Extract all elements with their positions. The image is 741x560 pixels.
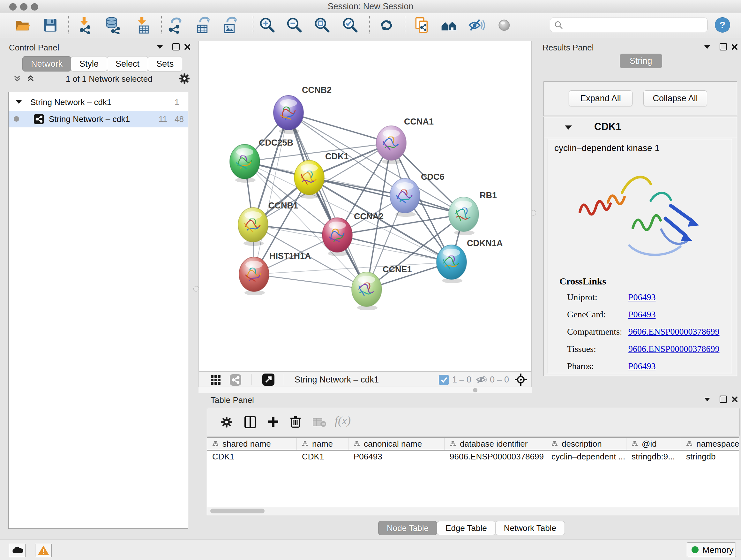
node-CCNA1[interactable]	[376, 126, 406, 164]
node-CCNB1[interactable]	[238, 207, 268, 246]
table-cell[interactable]: P06493	[348, 450, 445, 462]
column-header-namespace[interactable]: namespace	[681, 438, 739, 450]
column-header-description[interactable]: description	[546, 438, 626, 450]
zoom-selected-icon[interactable]	[341, 16, 359, 34]
control-panel-close-icon[interactable]	[184, 44, 191, 51]
results-panel-float-icon[interactable]	[720, 43, 727, 51]
import-network-database-icon[interactable]	[104, 16, 122, 34]
column-header-canonicalname[interactable]: canonical name	[348, 438, 445, 450]
edge-CCNB2-CCNE1[interactable]	[288, 113, 367, 289]
node-CCNE1[interactable]	[352, 272, 382, 310]
clone-network-icon[interactable]	[413, 16, 431, 34]
crosslink-value-link[interactable]: P06493	[628, 361, 656, 372]
table-cell[interactable]: cyclin–dependent ...	[546, 450, 626, 462]
export-table-icon[interactable]	[194, 16, 212, 34]
tab-edge-table[interactable]: Edge Table	[437, 521, 495, 535]
left-splitter-handle[interactable]	[193, 286, 199, 292]
network-canvas[interactable]: CCNB2CCNA1CDC25BCDK1CDC6RB1CCNB1CCNA2CDK…	[199, 41, 532, 372]
table-cell[interactable]: stringdb:9...	[626, 450, 681, 462]
table-panel-close-icon[interactable]	[731, 396, 738, 403]
collapse-all-button[interactable]: Collapse All	[643, 90, 707, 106]
edge-CCNB2-HIST1H1A[interactable]	[254, 113, 288, 274]
control-panel-float-icon[interactable]	[172, 43, 180, 51]
results-panel-close-icon[interactable]	[731, 44, 738, 51]
network-hscroll-strip[interactable]	[199, 387, 532, 393]
column-header-name[interactable]: name	[297, 438, 348, 450]
tab-style[interactable]: Style	[71, 56, 107, 71]
network-collection-row[interactable]: String Network – cdk1 1	[9, 95, 188, 110]
table-hscrollbar-thumb[interactable]	[210, 509, 265, 513]
table-gear-icon[interactable]	[220, 416, 232, 428]
tab-select[interactable]: Select	[107, 56, 148, 71]
expand-all-icon[interactable]	[26, 74, 35, 83]
crosslink-value-link[interactable]: 9606.ENSP00000378699	[628, 326, 719, 337]
tab-string[interactable]: String	[620, 54, 662, 68]
node-HIST1H1A[interactable]	[239, 257, 269, 295]
table-cell[interactable]: 9606.ENSP00000378699	[445, 450, 546, 462]
warning-status-button[interactable]	[35, 544, 52, 557]
open-session-icon[interactable]	[14, 16, 31, 34]
control-panel-menu-icon[interactable]	[157, 45, 163, 49]
column-header-sharedname[interactable]: shared name	[207, 438, 297, 450]
import-network-file-icon[interactable]	[76, 16, 94, 34]
table-panel-menu-icon[interactable]	[704, 398, 710, 401]
edge-CCNB2-CCNA1[interactable]	[288, 113, 391, 143]
delete-column-icon[interactable]	[289, 415, 301, 428]
import-table-file-icon[interactable]	[134, 16, 152, 34]
network-options-gear-icon[interactable]	[179, 73, 190, 84]
tab-network[interactable]: Network	[22, 56, 71, 71]
node-CDC25B[interactable]	[230, 144, 260, 183]
edge-HIST1H1A-CCNE1[interactable]	[254, 274, 367, 289]
tab-network-table[interactable]: Network Table	[495, 521, 565, 535]
home-gallery-icon[interactable]	[440, 16, 458, 34]
help-icon[interactable]: ?	[715, 17, 730, 33]
create-column-icon[interactable]	[267, 416, 279, 428]
search-box[interactable]	[550, 17, 708, 32]
open-in-window-icon[interactable]	[262, 373, 275, 386]
expand-all-button[interactable]: Expand All	[569, 90, 632, 106]
tab-node-table[interactable]: Node Table	[378, 521, 437, 535]
table-cell[interactable]: stringdb	[681, 450, 739, 462]
edge-CCNA2-CDKN1A[interactable]	[337, 235, 452, 262]
cloud-status-button[interactable]	[9, 544, 25, 557]
table-row[interactable]: CDK1CDK1P064939606.ENSP00000378699cyclin…	[207, 450, 739, 462]
save-session-icon[interactable]	[41, 16, 59, 34]
show-columns-icon[interactable]	[244, 416, 256, 428]
column-header-databaseidentifier[interactable]: database identifier	[445, 438, 546, 450]
crosslink-value-link[interactable]: 9606.ENSP00000378699	[628, 344, 719, 354]
node-CCNB2[interactable]	[273, 96, 304, 134]
zoom-in-icon[interactable]	[258, 16, 276, 34]
selected-checkbox-icon[interactable]	[439, 375, 449, 385]
table-tabs: Node TableEdge TableNetwork Table	[378, 521, 564, 535]
zoom-fit-icon[interactable]	[313, 16, 331, 34]
update-network-icon[interactable]	[378, 16, 395, 34]
hide-selected-icon[interactable]	[467, 16, 485, 34]
show-all-icon[interactable]	[495, 16, 514, 34]
collapse-all-icon[interactable]	[13, 74, 22, 83]
search-input[interactable]	[567, 19, 702, 30]
grid-view-icon[interactable]	[210, 374, 221, 385]
network-row-selected[interactable]: String Network – cdk1 11 48	[9, 111, 188, 127]
collection-expand-icon[interactable]	[16, 100, 22, 104]
entry-collapse-icon[interactable]	[565, 125, 572, 130]
export-image-icon[interactable]	[221, 16, 239, 34]
results-panel-menu-icon[interactable]	[704, 45, 710, 49]
crosslink-value-link[interactable]: P06493	[628, 292, 656, 303]
tab-sets[interactable]: Sets	[148, 56, 182, 71]
node-CCNA2[interactable]	[322, 218, 352, 256]
export-network-icon[interactable]	[166, 16, 184, 34]
node-CDKN1A[interactable]	[436, 245, 467, 283]
fit-selected-crosshair-icon[interactable]	[514, 373, 528, 386]
table-cell[interactable]: CDK1	[207, 450, 297, 462]
crosslink-value-link[interactable]: P06493	[628, 309, 656, 320]
memory-button[interactable]: Memory	[687, 543, 736, 557]
bottom-splitter-handle[interactable]	[473, 388, 477, 392]
string-view-icon[interactable]	[229, 374, 242, 386]
column-header-id[interactable]: @id	[626, 438, 681, 450]
node-RB1[interactable]	[449, 197, 479, 235]
table-cell[interactable]: CDK1	[297, 450, 348, 462]
node-CDK1[interactable]	[294, 160, 324, 199]
table-hscrollbar[interactable]	[207, 507, 739, 515]
zoom-out-icon[interactable]	[285, 16, 303, 34]
table-panel-float-icon[interactable]	[720, 395, 727, 403]
